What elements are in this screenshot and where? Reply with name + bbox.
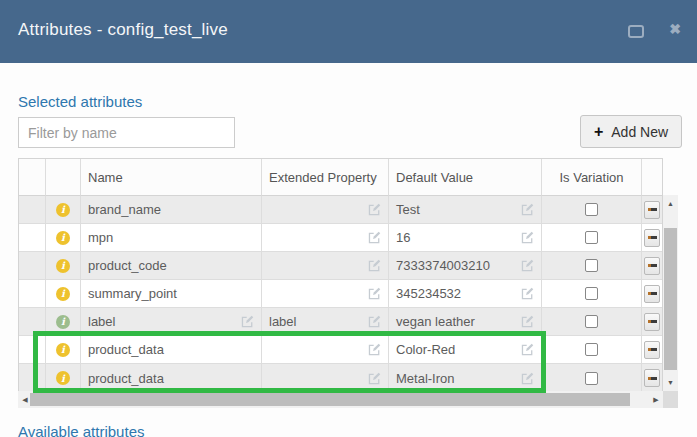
minus-icon <box>648 377 657 380</box>
row-extended-property-cell <box>262 336 389 364</box>
row-actions-cell <box>642 224 662 252</box>
vertical-scrollbar-thumb[interactable] <box>664 228 677 370</box>
row-status-cell: i <box>46 308 81 336</box>
minus-icon <box>648 348 657 351</box>
row-status-cell: i <box>46 336 81 364</box>
row-spacer-cell <box>19 364 46 392</box>
row-spacer-cell <box>19 308 46 336</box>
remove-attribute-button[interactable] <box>644 201 660 219</box>
column-header-is-variation: Is Variation <box>542 159 642 196</box>
row-name-cell: product_data <box>81 364 262 392</box>
row-extended-property-cell <box>262 224 389 252</box>
row-spacer-cell <box>19 336 46 364</box>
row-default-value-cell: vegan leather <box>389 308 542 336</box>
info-icon: i <box>56 315 70 329</box>
info-icon: i <box>56 343 70 357</box>
attributes-modal: Attributes - config_test_live ✖ Selected… <box>0 0 697 437</box>
horizontal-scrollbar[interactable]: ◀ ▶ <box>18 391 663 408</box>
horizontal-scrollbar-thumb[interactable] <box>30 393 630 406</box>
edit-icon[interactable] <box>521 315 534 328</box>
filter-by-name-input[interactable] <box>18 117 235 148</box>
edit-icon[interactable] <box>368 259 381 272</box>
table-row: i label label vegan leather <box>19 308 662 336</box>
edit-icon[interactable] <box>521 259 534 272</box>
is-variation-checkbox[interactable] <box>585 287 598 300</box>
table-row: i product_code 7333374003210 <box>19 252 662 280</box>
vertical-scrollbar[interactable]: ▲ ▼ <box>663 195 678 391</box>
is-variation-checkbox[interactable] <box>585 203 598 216</box>
table-row: i brand_name Test <box>19 196 662 224</box>
is-variation-checkbox[interactable] <box>585 259 598 272</box>
attribute-name: product_code <box>88 258 167 273</box>
minus-icon <box>648 208 657 211</box>
row-default-value-cell: Metal-Iron <box>389 364 542 392</box>
column-header-actions <box>642 159 662 196</box>
default-value: Test <box>396 202 420 217</box>
row-extended-property-cell <box>262 280 389 308</box>
row-spacer-cell <box>19 196 46 224</box>
row-status-cell: i <box>46 252 81 280</box>
row-default-value-cell: 345234532 <box>389 280 542 308</box>
edit-icon[interactable] <box>368 231 381 244</box>
plus-icon: + <box>594 124 603 140</box>
row-is-variation-cell <box>542 196 642 224</box>
attribute-name: mpn <box>88 230 113 245</box>
is-variation-checkbox[interactable] <box>585 372 598 385</box>
info-icon: i <box>56 259 70 273</box>
info-icon: i <box>56 287 70 301</box>
table-row: i product_data Metal-Iron <box>19 364 662 392</box>
row-status-cell: i <box>46 224 81 252</box>
row-actions-cell <box>642 280 662 308</box>
row-extended-property-cell <box>262 364 389 392</box>
remove-attribute-button[interactable] <box>644 229 660 247</box>
is-variation-checkbox[interactable] <box>585 315 598 328</box>
edit-icon[interactable] <box>368 315 381 328</box>
row-is-variation-cell <box>542 224 642 252</box>
minus-icon <box>648 236 657 239</box>
remove-attribute-button[interactable] <box>644 369 660 387</box>
edit-icon[interactable] <box>241 315 254 328</box>
edit-icon[interactable] <box>368 372 381 385</box>
table-row: i mpn 16 <box>19 224 662 252</box>
scroll-right-icon[interactable]: ▶ <box>649 391 663 408</box>
edit-icon[interactable] <box>521 372 534 385</box>
column-header-default-value: Default Value <box>389 159 542 196</box>
row-extended-property-cell <box>262 196 389 224</box>
default-value: vegan leather <box>396 314 475 329</box>
close-icon[interactable]: ✖ <box>669 21 681 37</box>
row-name-cell: summary_point <box>81 280 262 308</box>
is-variation-checkbox[interactable] <box>585 231 598 244</box>
edit-icon[interactable] <box>521 287 534 300</box>
column-header-name: Name <box>81 159 262 196</box>
attribute-name: product_data <box>88 342 164 357</box>
table-header-row: Name Extended Property Default Value Is … <box>19 159 662 196</box>
is-variation-checkbox[interactable] <box>585 343 598 356</box>
edit-icon[interactable] <box>368 287 381 300</box>
row-status-cell: i <box>46 280 81 308</box>
available-attributes-title: Available attributes <box>18 423 144 437</box>
remove-attribute-button[interactable] <box>644 285 660 303</box>
scroll-up-icon[interactable]: ▲ <box>663 197 678 210</box>
row-default-value-cell: Test <box>389 196 542 224</box>
default-value: 16 <box>396 230 410 245</box>
minus-icon <box>648 292 657 295</box>
edit-icon[interactable] <box>521 343 534 356</box>
attribute-name: summary_point <box>88 286 177 301</box>
add-new-button[interactable]: + Add New <box>580 115 682 148</box>
edit-icon[interactable] <box>368 203 381 216</box>
edit-icon[interactable] <box>521 203 534 216</box>
remove-attribute-button[interactable] <box>644 313 660 331</box>
edit-icon[interactable] <box>368 343 381 356</box>
row-is-variation-cell <box>542 280 642 308</box>
attribute-name: label <box>88 314 115 329</box>
scroll-down-icon[interactable]: ▼ <box>663 376 678 389</box>
modal-titlebar: Attributes - config_test_live ✖ <box>0 0 697 63</box>
row-name-cell: mpn <box>81 224 262 252</box>
row-extended-property-cell <box>262 252 389 280</box>
remove-attribute-button[interactable] <box>644 341 660 359</box>
maximize-icon[interactable] <box>628 25 644 38</box>
default-value: 7333374003210 <box>396 258 490 273</box>
row-name-cell: brand_name <box>81 196 262 224</box>
edit-icon[interactable] <box>521 231 534 244</box>
remove-attribute-button[interactable] <box>644 257 660 275</box>
